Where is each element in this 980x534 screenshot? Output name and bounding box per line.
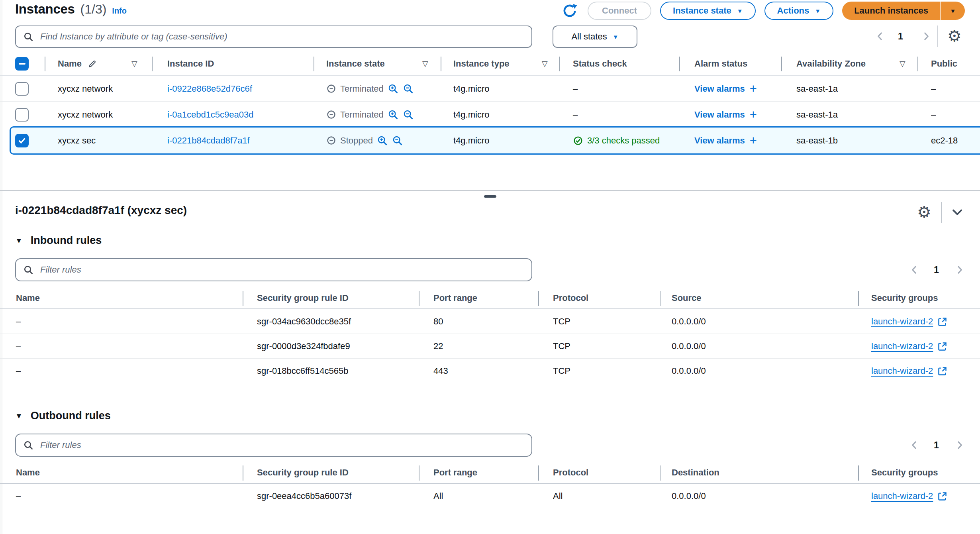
gear-icon[interactable]: ⚙ — [947, 28, 962, 44]
rule-id-cell: sgr-0000d3e324fbdafe9 — [257, 334, 350, 359]
outbound-table-header: Name Security group rule ID Port range P… — [0, 462, 980, 484]
page-number: 1 — [898, 31, 903, 42]
column-header-availability-zone[interactable]: Availability Zone — [796, 53, 866, 75]
add-alarm-button[interactable]: + — [750, 82, 757, 95]
name-cell: xycxz network — [58, 102, 113, 128]
select-all-checkbox[interactable] — [15, 57, 29, 71]
table-row[interactable]: xycxz network i-0a1cebd1c5c9ea03d Termin… — [0, 102, 980, 128]
outbound-rules-heading: Outbound rules — [31, 410, 111, 422]
column-label: Name — [58, 59, 82, 69]
column-divider — [858, 465, 859, 481]
column-header-instance-state[interactable]: Instance state — [326, 53, 385, 75]
launch-instances-menu-button[interactable]: ▼ — [940, 2, 965, 20]
table-row-selected[interactable]: xycxz sec i-0221b84cdad8f7a1f Stopped t4… — [0, 128, 980, 153]
info-link[interactable]: Info — [112, 6, 127, 16]
zoom-out-icon[interactable] — [392, 135, 403, 146]
column-header-instance-type[interactable]: Instance type — [453, 53, 510, 75]
add-alarm-button[interactable]: + — [750, 134, 757, 147]
gear-icon[interactable]: ⚙ — [917, 204, 931, 220]
security-group-cell: launch-wizard-2 — [871, 359, 948, 383]
instance-id-link[interactable]: i-0a1cebd1c5c9ea03d — [167, 110, 254, 120]
state-filter-select[interactable]: All states ▼ — [553, 26, 637, 48]
inbound-rule-row: – sgr-018bcc6ff514c565b 443 TCP 0.0.0.0/… — [0, 359, 980, 383]
detail-panel-title: i-0221b84cdad8f7a1f (xycxz sec) — [15, 204, 187, 217]
refresh-icon — [561, 2, 578, 19]
security-group-link[interactable]: launch-wizard-2 — [871, 341, 933, 351]
zoom-out-icon[interactable] — [403, 109, 414, 120]
state-label: Terminated — [340, 84, 384, 94]
zoom-in-icon[interactable] — [388, 83, 399, 94]
next-page-button[interactable] — [955, 440, 965, 450]
public-dns-cell: – — [931, 76, 980, 102]
caret-down-icon: ▼ — [613, 34, 619, 40]
status-check-passed: 3/3 checks passed — [573, 135, 660, 146]
view-alarms-link[interactable]: View alarms — [694, 135, 745, 146]
instance-id-cell: i-0a1cebd1c5c9ea03d — [167, 102, 254, 128]
next-page-button[interactable] — [955, 265, 965, 275]
sort-caret-icon[interactable]: ▽ — [542, 58, 548, 69]
outbound-filter-input[interactable] — [39, 440, 524, 451]
stopped-circle-icon — [326, 110, 336, 120]
prev-page-button[interactable] — [909, 440, 919, 450]
page-header: Instances (1/3) Info — [15, 2, 127, 17]
column-header-rule-id: Security group rule ID — [257, 288, 349, 308]
next-page-button[interactable] — [921, 31, 931, 41]
search-input[interactable] — [39, 31, 524, 42]
refresh-button[interactable] — [561, 2, 579, 20]
check-circle-icon — [573, 135, 583, 146]
page-number: 1 — [934, 440, 939, 451]
ec2-instances-console: Instances (1/3) Info Connect Instance st… — [0, 0, 980, 534]
column-header-protocol: Protocol — [553, 462, 588, 483]
row-checkbox-checked[interactable] — [15, 134, 29, 147]
column-header-port-range: Port range — [433, 288, 477, 308]
instance-id-link[interactable]: i-0221b84cdad8f7a1f — [167, 135, 250, 146]
checkmark-icon — [17, 136, 27, 145]
zoom-out-icon[interactable] — [403, 83, 414, 94]
instance-id-link[interactable]: i-0922e868e52d76c6f — [167, 84, 252, 94]
inbound-filter-input[interactable] — [39, 264, 524, 275]
status-check-cell: 3/3 checks passed — [573, 128, 665, 153]
row-select-cell — [15, 76, 29, 102]
prev-page-button[interactable] — [909, 265, 919, 275]
collapse-panel-button[interactable] — [950, 206, 965, 219]
column-header-name[interactable]: Name — [58, 53, 97, 75]
column-divider — [152, 57, 153, 71]
security-group-link[interactable]: launch-wizard-2 — [871, 316, 933, 327]
sort-caret-icon[interactable]: ▽ — [900, 58, 906, 69]
row-checkbox[interactable] — [15, 82, 29, 96]
prev-page-button[interactable] — [875, 31, 885, 41]
instance-type-cell: t4g.micro — [453, 102, 489, 128]
security-group-link[interactable]: launch-wizard-2 — [871, 491, 933, 501]
instance-search — [15, 26, 532, 48]
outbound-rules-toggle[interactable]: ▼ Outbound rules — [15, 410, 111, 422]
split-panel-drag-handle[interactable] — [484, 195, 496, 198]
add-alarm-button[interactable]: + — [750, 108, 757, 121]
security-group-link[interactable]: launch-wizard-2 — [871, 366, 933, 376]
zoom-in-icon[interactable] — [377, 135, 388, 146]
instance-state-cell: Stopped — [326, 128, 403, 153]
name-cell: xycxz network — [58, 76, 113, 102]
column-divider — [660, 465, 661, 481]
connect-button[interactable]: Connect — [588, 2, 651, 20]
stopped-circle-icon — [326, 84, 336, 94]
search-icon — [23, 265, 34, 275]
column-header-alarm-status: Alarm status — [694, 53, 747, 75]
status-check-cell: – — [573, 102, 578, 128]
launch-instances-button[interactable]: Launch instances — [842, 2, 940, 20]
view-alarms-link[interactable]: View alarms — [694, 110, 745, 120]
column-header-source: Source — [672, 288, 702, 308]
zoom-in-icon[interactable] — [388, 109, 399, 120]
instance-state-button[interactable]: Instance state ▼ — [660, 2, 756, 20]
alarm-status-cell: View alarms + — [694, 128, 757, 153]
sort-caret-icon[interactable]: ▽ — [422, 58, 428, 69]
column-label: Alarm status — [694, 59, 747, 69]
rule-name-cell: – — [16, 359, 21, 383]
inbound-rules-toggle[interactable]: ▼ Inbound rules — [15, 234, 102, 247]
actions-label: Actions — [777, 6, 809, 16]
view-alarms-link[interactable]: View alarms — [694, 84, 745, 94]
sort-caret-icon[interactable]: ▽ — [131, 58, 137, 69]
actions-button[interactable]: Actions ▼ — [764, 2, 834, 20]
outbound-filter — [15, 434, 532, 457]
table-row[interactable]: xycxz network i-0922e868e52d76c6f Termin… — [0, 76, 980, 102]
row-checkbox[interactable] — [15, 108, 29, 122]
